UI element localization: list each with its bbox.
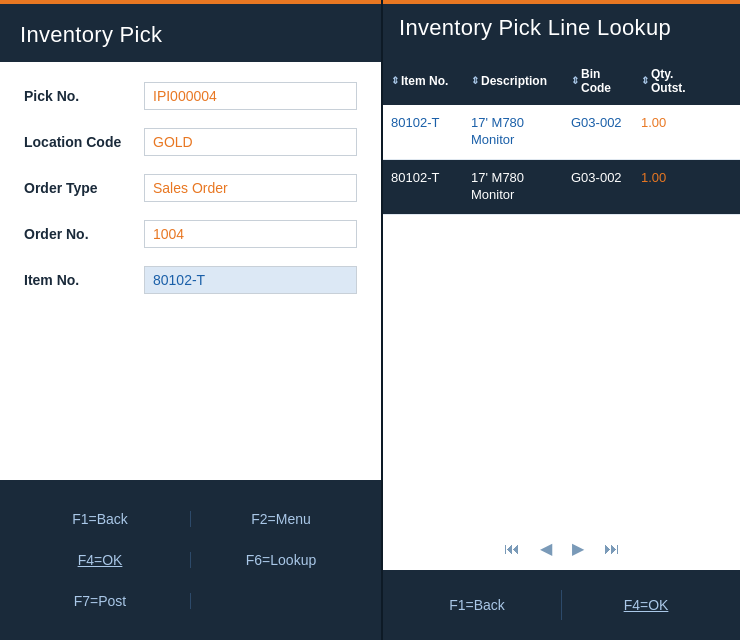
- right-content: ⇕ Item No. ⇕ Description ⇕ Bin Code ⇕ Qt…: [383, 57, 740, 570]
- right-panel-title: Inventory Pick Line Lookup: [399, 14, 724, 43]
- form-label: Order No.: [24, 226, 144, 242]
- col-description[interactable]: ⇕ Description: [463, 57, 563, 106]
- form-row: Order Type: [24, 174, 357, 202]
- form-label: Location Code: [24, 134, 144, 150]
- sort-icon-item: ⇕: [391, 75, 399, 87]
- pagination: ⏮ ◀ ▶ ⏭: [383, 527, 740, 570]
- right-footer: F1=Back F4=OK: [383, 570, 740, 640]
- f1-back-button[interactable]: F1=Back: [20, 511, 180, 527]
- td-item-no: 80102-T: [383, 113, 463, 151]
- form-row: Location Code: [24, 128, 357, 156]
- td-bin-code: G03-002: [563, 113, 633, 151]
- left-header: Inventory Pick: [0, 0, 381, 62]
- sort-icon-desc: ⇕: [471, 75, 479, 87]
- form-label: Item No.: [24, 272, 144, 288]
- right-f4-ok-button[interactable]: F4=OK: [572, 597, 720, 613]
- form-input[interactable]: [144, 174, 357, 202]
- footer-row-1: F1=Back F2=Menu: [20, 511, 361, 527]
- prev-page-button[interactable]: ◀: [534, 537, 558, 560]
- form-row: Pick No.: [24, 82, 357, 110]
- form-row: Order No.: [24, 220, 357, 248]
- f6-lookup-button[interactable]: F6=Lookup: [201, 552, 361, 568]
- footer-row-2: F4=OK F6=Lookup: [20, 552, 361, 568]
- form-row: Item No.: [24, 266, 357, 294]
- td-qty: 1.00: [633, 168, 693, 206]
- col-bin-code[interactable]: ⇕ Bin Code: [563, 57, 633, 106]
- table-row[interactable]: 80102-T17' M780 MonitorG03-0021.00: [383, 105, 740, 160]
- sort-icon-qty: ⇕: [641, 75, 649, 87]
- right-panel: Inventory Pick Line Lookup ⇕ Item No. ⇕ …: [383, 0, 740, 640]
- form-input[interactable]: [144, 266, 357, 294]
- sort-icon-bin: ⇕: [571, 75, 579, 87]
- left-footer: F1=Back F2=Menu F4=OK F6=Lookup F7=Post: [0, 480, 381, 640]
- td-qty: 1.00: [633, 113, 693, 151]
- left-panel-title: Inventory Pick: [20, 22, 361, 48]
- table-header: ⇕ Item No. ⇕ Description ⇕ Bin Code ⇕ Qt…: [383, 57, 740, 106]
- right-header: Inventory Pick Line Lookup: [383, 0, 740, 57]
- col-item-no[interactable]: ⇕ Item No.: [383, 57, 463, 106]
- right-f1-back-button[interactable]: F1=Back: [403, 597, 551, 613]
- right-footer-divider: [561, 590, 562, 620]
- form-label: Pick No.: [24, 88, 144, 104]
- f2-menu-button[interactable]: F2=Menu: [201, 511, 361, 527]
- table-row[interactable]: 80102-T17' M780 MonitorG03-0021.00: [383, 160, 740, 215]
- left-form: Pick No.Location CodeOrder TypeOrder No.…: [0, 62, 381, 480]
- table-body: 80102-T17' M780 MonitorG03-0021.0080102-…: [383, 105, 740, 527]
- next-page-button[interactable]: ▶: [566, 537, 590, 560]
- col-qty[interactable]: ⇕ Qty. Outst.: [633, 57, 693, 106]
- form-input[interactable]: [144, 82, 357, 110]
- f4-ok-button[interactable]: F4=OK: [20, 552, 180, 568]
- first-page-button[interactable]: ⏮: [498, 538, 526, 560]
- td-description: 17' M780 Monitor: [463, 168, 563, 206]
- td-item-no: 80102-T: [383, 168, 463, 206]
- form-label: Order Type: [24, 180, 144, 196]
- td-bin-code: G03-002: [563, 168, 633, 206]
- left-panel: Inventory Pick Pick No.Location CodeOrde…: [0, 0, 383, 640]
- f7-post-button[interactable]: F7=Post: [20, 593, 180, 609]
- footer-row-3: F7=Post: [20, 593, 361, 609]
- form-input[interactable]: [144, 128, 357, 156]
- last-page-button[interactable]: ⏭: [598, 538, 626, 560]
- form-input[interactable]: [144, 220, 357, 248]
- td-description: 17' M780 Monitor: [463, 113, 563, 151]
